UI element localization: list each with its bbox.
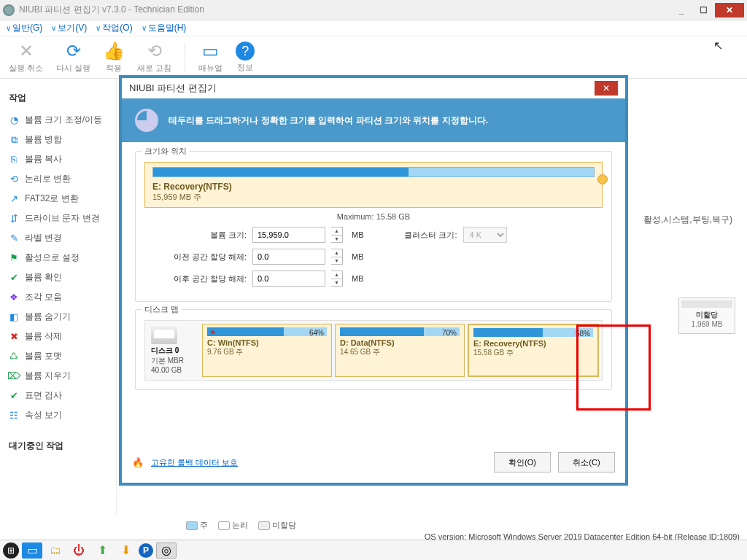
disk-info: 디스크 0 기본 MBR 40.00 GB bbox=[148, 324, 199, 377]
maximize-button[interactable]: ☐ bbox=[693, 3, 713, 18]
disk-type: 기본 MBR bbox=[151, 356, 196, 366]
apply-button[interactable]: 👍적용 bbox=[104, 41, 124, 74]
sidebar-item-13[interactable]: ⌦볼륨 지우기 bbox=[6, 366, 110, 386]
start-button[interactable]: ⊞ bbox=[3, 542, 19, 559]
sidebar-item-5[interactable]: ⇵드라이브 문자 변경 bbox=[6, 209, 110, 228]
unalloc-before-spinner[interactable]: ▲▼ bbox=[331, 249, 343, 265]
slider-handle-right[interactable] bbox=[597, 174, 608, 184]
partition-name: C: Win(NTFS) bbox=[207, 338, 327, 347]
sidebar-item-14[interactable]: ✔표면 검사 bbox=[6, 386, 110, 405]
dialog-title: NIUBI 파티션 편집기 bbox=[129, 82, 595, 95]
unalloc-after-input[interactable] bbox=[252, 271, 325, 287]
info-button[interactable]: ?정보 bbox=[236, 42, 255, 73]
legend-bar: 주 논리 미할당 bbox=[186, 520, 296, 531]
sidebar-item-icon: ✎ bbox=[9, 233, 19, 244]
partition-usage-bar: 58% bbox=[473, 328, 593, 337]
p-app-icon[interactable]: P bbox=[139, 543, 153, 558]
legend-unalloc: 미할당 bbox=[258, 520, 296, 531]
partition-percent: 64% bbox=[309, 329, 324, 337]
dialog-close-button[interactable]: ✕ bbox=[595, 81, 618, 96]
sidebar-item-15[interactable]: ☷속성 보기 bbox=[6, 405, 110, 425]
sidebar-item-9[interactable]: ❖조각 모음 bbox=[6, 287, 110, 307]
bg-unalloc-bar bbox=[681, 300, 732, 308]
sidebar-item-label: 조각 모음 bbox=[25, 291, 62, 303]
unalloc-after-label: 이후 공간 할당 해제: bbox=[144, 273, 247, 284]
partition-slider[interactable]: E: Recovery(NTFS) 15,959 MB 주 bbox=[144, 162, 603, 208]
sidebar-item-1[interactable]: ⧉볼륨 병합 bbox=[6, 130, 110, 149]
file-explorer-icon[interactable]: 🗂 bbox=[45, 542, 66, 559]
refresh-button[interactable]: ⟲새로 고침 bbox=[137, 41, 171, 74]
sidebar-item-label: 볼륨 지우기 bbox=[25, 370, 71, 382]
power-icon[interactable]: ⏻ bbox=[69, 542, 89, 559]
spinner-down-icon[interactable]: ▼ bbox=[331, 236, 342, 243]
menu-help[interactable]: 도움말(H) bbox=[142, 22, 187, 34]
partition-0[interactable]: 64%⚑C: Win(NTFS)9.76 GB 주 bbox=[202, 324, 332, 377]
sidebar-title-pending: 대기중인 작업 bbox=[6, 434, 110, 458]
sidebar-item-label: 표면 검사 bbox=[25, 389, 62, 402]
spinner-down-icon[interactable]: ▼ bbox=[331, 257, 342, 265]
slider-track[interactable] bbox=[152, 167, 595, 177]
unalloc-after-spinner[interactable]: ▲▼ bbox=[331, 271, 343, 287]
sidebar-item-icon: ◧ bbox=[9, 312, 19, 322]
menubar: 일반(G) 보기(V) 작업(O) 도움말(H) bbox=[0, 20, 747, 36]
sidebar-item-6[interactable]: ✎라벨 변경 bbox=[6, 228, 110, 248]
titlebar: NIUBI 파티션 편집기 v7.3.0 - Technician Editio… bbox=[0, 0, 747, 20]
x-icon: ✕ bbox=[16, 41, 36, 61]
sidebar-item-8[interactable]: ✔볼륨 확인 bbox=[6, 268, 110, 287]
sidebar-item-0[interactable]: ◔볼륨 크기 조정/이동 bbox=[6, 110, 110, 130]
sidebar-item-icon: ✖ bbox=[9, 332, 19, 342]
menu-view[interactable]: 보기(V) bbox=[51, 22, 87, 34]
ok-button[interactable]: 확인(O) bbox=[494, 452, 551, 472]
sidebar-item-4[interactable]: ↗FAT32로 변환 bbox=[6, 189, 110, 209]
volume-size-spinner[interactable]: ▲▼ bbox=[331, 227, 343, 243]
taskbar: ⊞ ▭ 🗂 ⏻ ⬆ ⬇ P ◎ bbox=[0, 540, 747, 560]
unit-mb: MB bbox=[352, 252, 364, 261]
disk-name: 디스크 0 bbox=[151, 346, 196, 356]
spinner-up-icon[interactable]: ▲ bbox=[331, 249, 342, 257]
manual-button[interactable]: ▭매뉴얼 bbox=[198, 41, 222, 74]
rollback-link[interactable]: 고유한 롤백 데이터 보호 bbox=[151, 457, 238, 468]
sidebar-item-11[interactable]: ✖볼륨 삭제 bbox=[6, 327, 110, 346]
partition-name: D: Data(NTFS) bbox=[340, 338, 460, 347]
spinner-up-icon[interactable]: ▲ bbox=[331, 228, 342, 236]
sidebar-item-icon: ⎘ bbox=[9, 155, 19, 165]
cluster-size-select[interactable]: 4 K bbox=[463, 227, 507, 243]
volume-size-label: 볼륨 크기: bbox=[144, 230, 247, 241]
arrow-up-icon[interactable]: ⬆ bbox=[92, 542, 112, 559]
sidebar-item-7[interactable]: ⚑활성으로 설정 bbox=[6, 248, 110, 268]
slider-maximum: Maximum: 15.58 GB bbox=[144, 212, 603, 221]
slider-fill bbox=[153, 168, 409, 176]
legend-primary: 주 bbox=[186, 520, 208, 531]
legend-size-position: 크기와 위치 bbox=[142, 146, 190, 157]
menu-work[interactable]: 작업(O) bbox=[96, 22, 132, 34]
volume-size-input[interactable] bbox=[252, 227, 325, 243]
partition-1[interactable]: 70%D: Data(NTFS)14.65 GB 주 bbox=[335, 324, 465, 377]
redo-button[interactable]: ⟳다시 실행 bbox=[56, 41, 90, 74]
close-button[interactable]: ✕ bbox=[715, 3, 744, 18]
spinner-down-icon[interactable]: ▼ bbox=[331, 279, 342, 287]
undo-button[interactable]: ✕실행 취소 bbox=[9, 41, 43, 74]
unit-mb: MB bbox=[352, 274, 364, 283]
cluster-size-label: 클러스터 크기: bbox=[392, 230, 457, 241]
taskview-icon[interactable]: ▭ bbox=[22, 542, 42, 559]
sidebar-item-icon: ◔ bbox=[9, 115, 19, 125]
sidebar-item-icon: ⚑ bbox=[9, 253, 19, 263]
cancel-button[interactable]: 취소(C) bbox=[558, 452, 615, 472]
bg-unalloc-name: 미할당 bbox=[681, 310, 732, 320]
sidebar-item-label: 볼륨 병합 bbox=[25, 133, 62, 146]
arrow-down-icon[interactable]: ⬇ bbox=[115, 542, 136, 559]
sidebar-item-3[interactable]: ⟲논리로 변환 bbox=[6, 169, 110, 189]
partition-2[interactable]: 58%E: Recovery(NTFS)15.58 GB 주 bbox=[468, 324, 599, 377]
unalloc-before-input[interactable] bbox=[252, 249, 325, 265]
sidebar-item-icon: ❖ bbox=[9, 292, 19, 303]
partition-usage-bar: 70% bbox=[340, 327, 460, 336]
sidebar-item-2[interactable]: ⎘볼륨 복사 bbox=[6, 149, 110, 169]
menu-general[interactable]: 일반(G) bbox=[6, 22, 42, 34]
sidebar-item-10[interactable]: ◧볼륨 숨기기 bbox=[6, 307, 110, 327]
minimize-button[interactable]: _ bbox=[671, 3, 692, 18]
niubi-app-icon[interactable]: ◎ bbox=[156, 542, 177, 559]
sidebar-title-ops: 작업 bbox=[6, 86, 110, 110]
sidebar-item-12[interactable]: ♺볼륨 포맷 bbox=[6, 346, 110, 366]
bg-unallocated-box: 미할당 1.969 MB bbox=[678, 298, 735, 334]
spinner-up-icon[interactable]: ▲ bbox=[331, 271, 342, 279]
